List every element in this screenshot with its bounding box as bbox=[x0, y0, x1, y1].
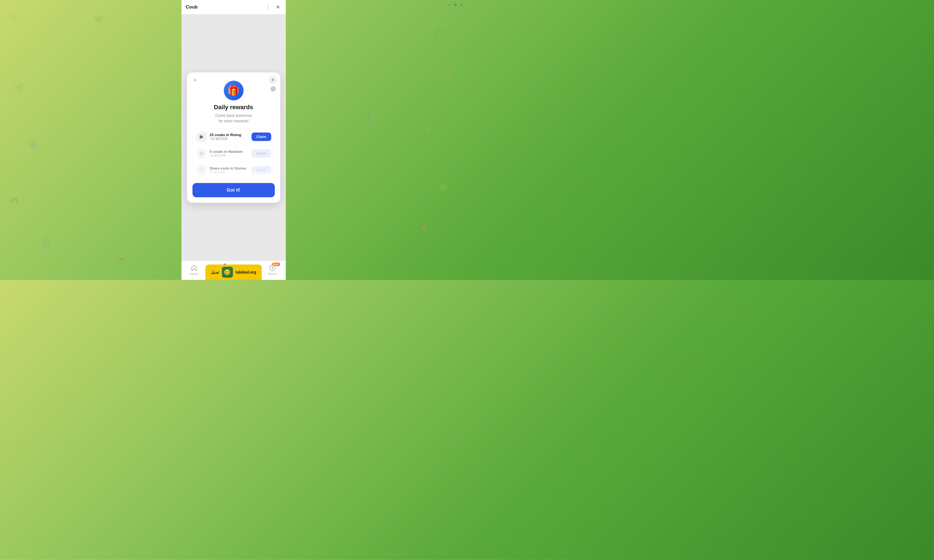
restore-button[interactable]: ⧉ bbox=[453, 2, 458, 7]
reward-info-rising: 25 coubs in Rising +10 $COUB bbox=[210, 133, 252, 141]
card-title: Daily rewards bbox=[193, 104, 275, 111]
gift-container: 🎁 bbox=[193, 81, 275, 100]
claim-button-3[interactable]: Claim bbox=[251, 166, 271, 174]
close-window-button[interactable]: ✕ bbox=[459, 2, 464, 7]
reward-info-random: 5 coubs in Random +5 $COUB bbox=[210, 149, 252, 157]
nav-label-shorts: Shorts bbox=[268, 272, 277, 275]
rewards-card: ✦ ✕ 🎁 Daily rewards Come back tomorrow f… bbox=[187, 72, 280, 203]
reward-title-2: 5 coubs in Random bbox=[210, 149, 252, 154]
reward-amount-3: +5 $COUB bbox=[210, 171, 252, 174]
nav-item-shorts[interactable]: Soon Shorts bbox=[264, 263, 281, 277]
svg-rect-4 bbox=[199, 168, 205, 174]
reward-amount-1: +10 $COUB bbox=[210, 137, 252, 141]
window-chrome: — ⧉ ✕ bbox=[443, 0, 467, 9]
reward-item-1: 25 coubs in Rising +10 $COUB Claim bbox=[193, 129, 274, 145]
card-close-button[interactable]: ✕ bbox=[269, 76, 277, 84]
claim-button-2[interactable]: Claim bbox=[251, 149, 271, 158]
claim-button-1[interactable]: Claim bbox=[251, 132, 271, 141]
app-window: Coub ⋮ ✕ ✦ ✕ 🎁 Daily rewards bbox=[182, 0, 286, 280]
reward-amount-2: +5 $COUB bbox=[210, 154, 252, 157]
app-content: ✦ ✕ 🎁 Daily rewards Come back tomorrow f… bbox=[182, 15, 286, 261]
soon-badge: Soon bbox=[272, 263, 280, 266]
rewards-list: 25 coubs in Rising +10 $COUB Claim bbox=[193, 128, 275, 179]
watermark-arabic: تبدیل bbox=[211, 270, 219, 274]
svg-point-5 bbox=[200, 170, 201, 171]
title-bar: Coub ⋮ ✕ bbox=[182, 0, 286, 15]
svg-point-7 bbox=[202, 171, 203, 172]
svg-marker-15 bbox=[272, 267, 274, 269]
svg-point-6 bbox=[202, 169, 203, 170]
reward-icon-share bbox=[196, 165, 207, 176]
reward-title-1: 25 coubs in Rising bbox=[210, 133, 252, 137]
svg-rect-2 bbox=[200, 135, 201, 138]
more-options-button[interactable]: ⋮ bbox=[265, 4, 271, 11]
home-icon bbox=[191, 264, 198, 271]
minimize-button[interactable]: — bbox=[447, 2, 452, 7]
reward-icon-rising bbox=[196, 131, 207, 142]
reward-info-share: Share coub in Stories +5 $COUB bbox=[210, 166, 252, 174]
watermark-banner: تبدیل 😊 tabdeal.org bbox=[205, 265, 262, 280]
nav-item-home[interactable]: Home bbox=[186, 263, 203, 277]
title-close-button[interactable]: ✕ bbox=[275, 4, 281, 11]
dot-decoration bbox=[270, 86, 276, 92]
reward-icon-random bbox=[196, 148, 207, 159]
modal-overlay: ✦ ✕ 🎁 Daily rewards Come back tomorrow f… bbox=[182, 15, 286, 261]
app-title: Coub bbox=[186, 5, 198, 10]
gift-icon: 🎁 bbox=[224, 81, 244, 100]
got-it-button[interactable]: Got it! bbox=[193, 183, 275, 197]
title-actions: ⋮ ✕ bbox=[265, 4, 281, 11]
nav-label-home: Home bbox=[190, 272, 198, 275]
reward-title-3: Share coub in Stories bbox=[210, 166, 252, 171]
reward-item-3: Share coub in Stories +5 $COUB Claim bbox=[193, 162, 274, 179]
star-decoration: ✦ bbox=[193, 77, 197, 84]
card-subtitle: Come back tomorrow for more rewards! bbox=[193, 113, 275, 124]
watermark-logo: 😊 bbox=[222, 267, 233, 278]
watermark-site: tabdeal.org bbox=[236, 270, 256, 274]
reward-item-2: 5 coubs in Random +5 $COUB Claim bbox=[193, 145, 274, 162]
